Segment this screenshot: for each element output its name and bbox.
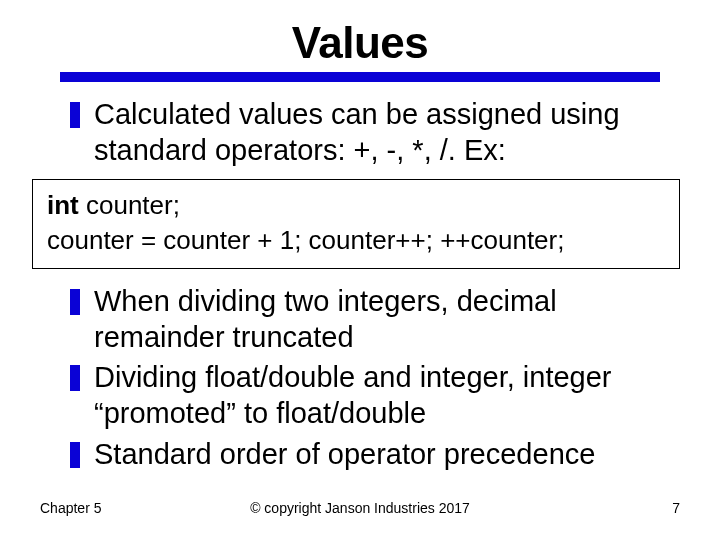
bullet-item: Dividing float/double and integer, integ…: [70, 359, 670, 432]
bullet-icon: [70, 442, 80, 468]
bullet-list-top: Calculated values can be assigned using …: [40, 96, 680, 169]
footer-chapter: Chapter 5: [40, 500, 101, 516]
bullet-list-bottom: When dividing two integers, decimal rema…: [40, 283, 680, 472]
code-line: counter = counter + 1; counter++; ++coun…: [47, 223, 665, 258]
footer-page-number: 7: [672, 500, 680, 516]
bullet-text: Calculated values can be assigned using …: [94, 96, 670, 169]
slide: Values Calculated values can be assigned…: [0, 0, 720, 540]
bullet-text: Standard order of operator precedence: [94, 436, 595, 472]
code-line: int counter;: [47, 188, 665, 223]
bullet-item: Standard order of operator precedence: [70, 436, 670, 472]
bullet-text: When dividing two integers, decimal rema…: [94, 283, 670, 356]
footer-copyright: © copyright Janson Industries 2017: [0, 500, 720, 516]
bullet-icon: [70, 365, 80, 391]
code-box: int counter; counter = counter + 1; coun…: [32, 179, 680, 269]
bullet-icon: [70, 289, 80, 315]
bullet-icon: [70, 102, 80, 128]
bullet-text: Dividing float/double and integer, integ…: [94, 359, 670, 432]
slide-title: Values: [40, 18, 680, 68]
bullet-item: Calculated values can be assigned using …: [70, 96, 670, 169]
code-text: counter;: [79, 190, 180, 220]
code-keyword: int: [47, 190, 79, 220]
title-underline: [60, 72, 660, 82]
slide-footer: Chapter 5 © copyright Janson Industries …: [0, 500, 720, 516]
bullet-item: When dividing two integers, decimal rema…: [70, 283, 670, 356]
